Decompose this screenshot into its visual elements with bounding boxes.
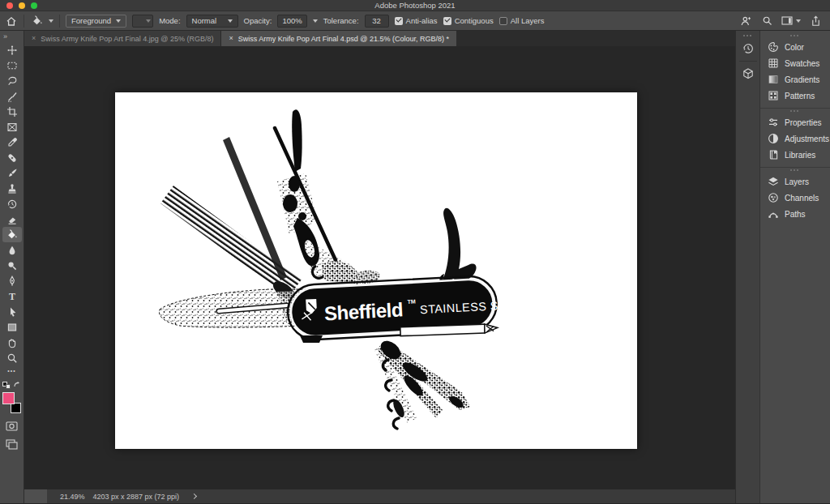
drag-handle[interactable]	[743, 35, 753, 36]
panel-tab-label: Gradients	[785, 75, 819, 84]
spot-healing-brush-tool-button[interactable]	[2, 150, 22, 165]
layers-panel-icon	[768, 176, 779, 187]
swap-colors-icon[interactable]	[13, 381, 21, 389]
pattern-swatch-dropdown[interactable]	[132, 15, 153, 28]
panel-tab-swatches[interactable]: Swatches	[760, 55, 830, 71]
rectangular-marquee-tool-button[interactable]	[2, 58, 22, 73]
default-colors-icon[interactable]	[2, 382, 11, 389]
lasso-tool-button[interactable]	[2, 73, 22, 88]
path-selection-tool-button[interactable]	[2, 304, 22, 319]
brush-tool-button[interactable]	[2, 165, 22, 181]
3d-panel-icon[interactable]	[738, 65, 758, 83]
panel-tab-label: Paths	[785, 210, 806, 219]
brand-text: Sheffield	[323, 298, 403, 324]
divider	[24, 15, 24, 28]
move-tool-button[interactable]	[2, 42, 22, 58]
drag-handle[interactable]	[790, 169, 800, 171]
history-panel-icon[interactable]	[738, 40, 758, 58]
anti-alias-checkbox[interactable]: Anti-alias	[395, 16, 438, 25]
opacity-input[interactable]: 100%	[277, 15, 306, 28]
type-tool-button[interactable]: T	[2, 288, 22, 304]
tolerance-value: 32	[372, 16, 381, 25]
drag-handle[interactable]	[790, 35, 800, 36]
chevron-down-icon	[796, 19, 801, 23]
status-chevron-icon[interactable]	[191, 493, 197, 499]
eyedropper-tool-button[interactable]	[2, 135, 22, 150]
zoom-tool-button[interactable]	[2, 350, 22, 365]
toolbar-collapse-icon[interactable]: »	[0, 32, 7, 42]
pen-tool-button[interactable]	[2, 273, 22, 288]
account-icon[interactable]	[739, 15, 752, 28]
tab-1-label: Swiss Army Knife Pop Art Final 4.jpg @ 2…	[41, 35, 213, 43]
panel-tab-label: Adjustments	[785, 135, 829, 143]
paint-bucket-tool-button[interactable]	[2, 227, 22, 242]
blur-tool-button[interactable]	[2, 242, 22, 258]
panel-tab-paths[interactable]: Paths	[760, 206, 830, 222]
svg-text:T: T	[8, 291, 15, 302]
document-tab-2[interactable]: × Swiss Army Knife Pop Art Final 4.psd @…	[221, 31, 456, 46]
edit-toolbar-icon[interactable]: •••	[7, 365, 15, 377]
chevron-down-icon	[146, 19, 151, 23]
frame-tool-button[interactable]	[2, 119, 22, 135]
properties-panel-icon	[768, 117, 779, 128]
all-layers-checkbox[interactable]: All Layers	[499, 16, 545, 25]
opacity-chevron-icon[interactable]	[313, 19, 318, 23]
checkbox-checked-icon	[443, 17, 451, 25]
patterns-panel-icon	[768, 90, 779, 101]
chevron-down-icon	[228, 19, 233, 23]
object-selection-tool-button[interactable]	[2, 88, 22, 104]
quick-mask-button[interactable]	[2, 418, 22, 434]
panel-tab-layers[interactable]: Layers	[760, 173, 830, 190]
can-opener-art	[439, 208, 476, 285]
document-tab-1[interactable]: × Swiss Army Knife Pop Art Final 4.jpg @…	[24, 31, 221, 46]
small-tools-art	[374, 337, 470, 429]
document-canvas[interactable]: STAINLESS CHINA	[115, 92, 637, 449]
tolerance-label: Tolerance:	[323, 16, 359, 25]
panel-tab-adjustments[interactable]: Adjustments	[760, 130, 830, 147]
clone-stamp-tool-button[interactable]	[2, 181, 22, 196]
history-brush-tool-button[interactable]	[2, 196, 22, 211]
zoom-level[interactable]: 21.49%	[55, 493, 85, 501]
saw-tool-art	[160, 186, 302, 297]
eraser-tool-button[interactable]	[2, 211, 22, 227]
pasteboard[interactable]: STAINLESS CHINA	[24, 46, 735, 489]
tolerance-input[interactable]: 32	[365, 15, 389, 28]
app-title: Adobe Photoshop 2021	[0, 1, 830, 10]
home-icon[interactable]	[5, 15, 18, 28]
share-icon[interactable]	[809, 15, 822, 28]
panel-group-2: Properties Adjustments Libraries	[760, 109, 830, 168]
checkbox-unchecked-icon	[499, 17, 507, 25]
adjustments-panel-icon	[768, 133, 779, 144]
panel-group-3: Layers Channels Paths	[760, 168, 830, 226]
close-tab-icon[interactable]: ×	[229, 35, 233, 42]
document-info[interactable]: 4203 px x 2887 px (72 ppi)	[93, 493, 180, 501]
dodge-tool-button[interactable]	[2, 258, 22, 273]
panel-tab-libraries[interactable]: Libraries	[760, 147, 830, 163]
panel-group-1: Color Swatches Gradients Patterns	[760, 33, 830, 109]
foreground-color-swatch[interactable]	[2, 392, 15, 404]
rectangle-tool-button[interactable]	[2, 319, 22, 335]
panel-tab-gradients[interactable]: Gradients	[760, 71, 830, 88]
contiguous-checkbox[interactable]: Contiguous	[443, 16, 494, 25]
screen-mode-button[interactable]	[2, 437, 22, 452]
search-icon[interactable]	[760, 15, 773, 28]
tool-preset-chevron-icon[interactable]	[49, 19, 53, 23]
panel-tab-color[interactable]: Color	[760, 39, 830, 55]
panel-tab-channels[interactable]: Channels	[760, 190, 830, 206]
drag-handle[interactable]	[790, 110, 800, 112]
status-bar: 21.49% 4203 px x 2887 px (72 ppi)	[24, 489, 735, 503]
close-tab-icon[interactable]: ×	[32, 35, 36, 42]
paint-bucket-tool-icon[interactable]	[30, 15, 43, 28]
hand-tool-button[interactable]	[2, 335, 22, 350]
mode-dropdown[interactable]: Normal	[186, 15, 238, 28]
panel-tab-properties[interactable]: Properties	[760, 114, 830, 130]
panel-tab-label: Color	[785, 43, 804, 52]
fill-source-dropdown[interactable]: Foreground	[66, 15, 126, 28]
workspace: »	[0, 31, 830, 503]
mode-value: Normal	[192, 16, 217, 25]
crop-tool-button[interactable]	[2, 104, 22, 119]
panel-tab-patterns[interactable]: Patterns	[760, 88, 830, 104]
tools-panel: »	[0, 31, 24, 503]
swatches-panel-icon	[768, 58, 779, 69]
workspace-switcher-icon[interactable]	[781, 15, 801, 28]
